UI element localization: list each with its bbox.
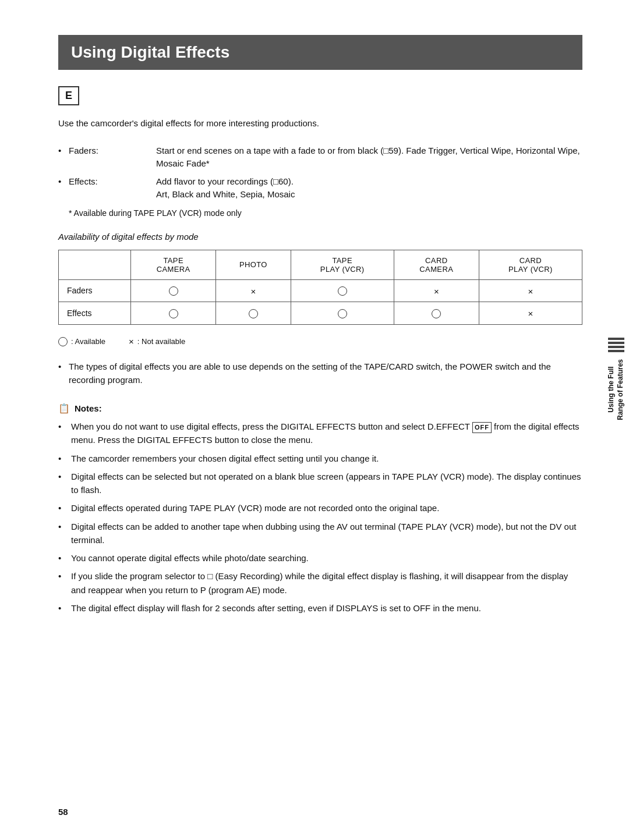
effects-table: TAPECAMERA PHOTO TAPEPLAY (VCR) CARDCAME… [58,250,582,325]
cell-effects-card-camera [394,302,479,325]
bullet-desc: Add flavor to your recordings (□60).Art,… [156,175,582,201]
not-available-icon: × [251,286,256,296]
side-bar [608,338,624,340]
bullet-list: • Faders: Start or end scenes on a tape … [58,144,582,201]
table-col-tape-camera: TAPECAMERA [131,250,216,279]
note-item: • The digital effect display will flash … [58,601,582,615]
bullet-dot: • [58,360,69,387]
note-text: You cannot operate digital effects while… [71,551,309,565]
e-badge: E [58,86,79,105]
side-bar [608,350,624,352]
available-icon [169,286,178,296]
note-item: • The camcorder remembers your chosen di… [58,452,582,465]
page-number: 58 [58,807,68,817]
note-bullet: • [58,569,66,597]
cell-faders-tape-camera [131,279,216,302]
note-item: • If you slide the program selector to □… [58,569,582,597]
legend-cross-icon: × [129,336,134,346]
side-bar [608,342,624,344]
bullet-term: Effects: [69,175,156,201]
note-item: • Digital effects can be selected but no… [58,470,582,497]
side-label: Using the FullRange of Features [603,338,629,420]
legend-available-text: : Available [71,337,105,346]
bullet-desc: Start or end scenes on a tape with a fad… [156,144,582,171]
not-available-icon: × [434,286,439,296]
bullet-term: Faders: [69,144,156,171]
notes-header: 📋 Notes: [58,403,582,414]
note-text: If you slide the program selector to □ (… [71,569,582,597]
table-col-card-camera: CARDCAMERA [394,250,479,279]
available-icon [249,309,258,318]
cell-effects-tape-play [291,302,394,325]
legend-available: : Available [58,336,105,346]
bullet-dot: • [58,175,69,201]
cell-faders-photo: × [216,279,291,302]
note-item: • Digital effects operated during TAPE P… [58,501,582,515]
notes-icon: 📋 [58,403,70,414]
not-available-icon: × [528,286,533,296]
bullet-dot: • [58,144,69,171]
available-icon [432,309,441,318]
available-icon [338,309,347,318]
cell-effects-card-play: × [479,302,582,325]
cell-effects-photo [216,302,291,325]
table-row-effects: Effects × [59,302,582,325]
title-bar: Using Digital Effects [58,35,582,70]
row-label-effects: Effects [59,302,131,325]
off-badge: OFF [472,422,492,433]
note-bullet: • [58,551,66,565]
note-item: • You cannot operate digital effects whi… [58,551,582,565]
note-text: When you do not want to use digital effe… [71,420,582,447]
notes-list: • When you do not want to use digital ef… [58,420,582,615]
cell-effects-tape-camera [131,302,216,325]
note-item: • Digital effects can be added to anothe… [58,520,582,547]
notes-header-text: Notes: [75,403,102,413]
intro-text: Use the camcorder's digital effects for … [58,117,582,130]
note-text: The camcorder remembers your chosen digi… [71,452,379,465]
note-text: The digital effect display will flash fo… [71,601,481,615]
note-bullet: • [58,601,66,615]
note-bullet: • [58,520,66,547]
note-bullet: • [58,470,66,497]
list-item: • Faders: Start or end scenes on a tape … [58,144,582,171]
side-bars [608,338,624,352]
note-bullet: • [58,501,66,515]
table-row-faders: Faders × × × [59,279,582,302]
list-item: • Effects: Add flavor to your recordings… [58,175,582,201]
note-text: Digital effects can be selected but not … [71,470,582,497]
legend: : Available × : Not available [58,336,582,346]
side-label-text: Using the FullRange of Features [607,359,625,420]
note-bullet: • [58,420,66,447]
note-text: Digital effects operated during TAPE PLA… [71,501,439,515]
availability-title: Availability of digital effects by mode [58,232,582,242]
note-text: Digital effects can be added to another … [71,520,582,547]
page: Using Digital Effects E Use the camcorde… [0,0,629,840]
asterisk-note: * Available during TAPE PLAY (VCR) mode … [58,208,582,218]
legend-not-available: × : Not available [129,336,185,346]
depends-list: • The types of digital effects you are a… [58,360,582,387]
notes-section: 📋 Notes: • When you do not want to use d… [58,403,582,615]
depends-item: • The types of digital effects you are a… [58,360,582,387]
table-col-empty [59,250,131,279]
cell-faders-tape-play [291,279,394,302]
note-item: • When you do not want to use digital ef… [58,420,582,447]
available-icon [169,309,178,318]
table-col-tape-play: TAPEPLAY (VCR) [291,250,394,279]
table-col-photo: PHOTO [216,250,291,279]
legend-not-available-text: : Not available [137,337,185,346]
cell-faders-card-play: × [479,279,582,302]
note-bullet: • [58,452,66,465]
side-bar [608,346,624,348]
page-title: Using Digital Effects [71,43,570,62]
not-available-icon: × [528,309,533,318]
table-col-card-play: CARDPLAY (VCR) [479,250,582,279]
depends-text: The types of digital effects you are abl… [69,360,582,387]
available-icon [338,286,347,296]
legend-circle-icon [58,337,68,346]
cell-faders-card-camera: × [394,279,479,302]
row-label-faders: Faders [59,279,131,302]
